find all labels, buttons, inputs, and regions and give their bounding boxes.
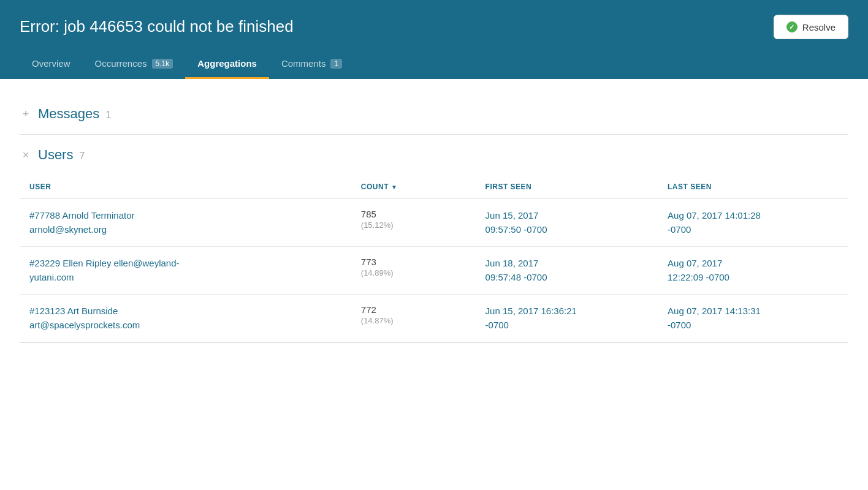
last-seen-cell: Aug 07, 2017 12:22:09 -0700 <box>658 247 848 295</box>
messages-section-title: Messages 1 <box>38 106 111 122</box>
count-value: 773 <box>361 257 466 267</box>
user-email-link[interactable]: arnold@skynet.org <box>29 223 341 237</box>
first-seen-line2: -0700 <box>485 318 648 333</box>
last-seen-line1: Aug 07, 2017 14:13:31 <box>668 304 839 318</box>
last-seen-line2: 12:22:09 -0700 <box>668 271 839 285</box>
count-cell: 773 (14.89%) <box>351 247 476 295</box>
tab-occurrences-badge: 5.1k <box>152 59 173 69</box>
user-cell: #77788 Arnold Terminator arnold@skynet.o… <box>20 199 351 247</box>
table-row: #77788 Arnold Terminator arnold@skynet.o… <box>20 199 848 247</box>
tab-overview-label: Overview <box>32 58 70 69</box>
messages-count: 1 <box>105 110 111 120</box>
last-seen-line2: -0700 <box>668 318 839 333</box>
tab-comments[interactable]: Comments 1 <box>269 51 354 79</box>
tab-aggregations[interactable]: Aggregations <box>185 51 269 79</box>
table-row: #23229 Ellen Ripley ellen@weyland- yutan… <box>20 247 848 295</box>
tab-overview[interactable]: Overview <box>20 51 83 79</box>
count-cell: 772 (14.87%) <box>351 295 476 342</box>
count-value: 772 <box>361 304 466 315</box>
last-seen-line2: -0700 <box>668 223 839 237</box>
users-section: × Users 7 USER COUNT ▼ <box>20 135 848 343</box>
first-seen-line1: Jun 18, 2017 <box>485 257 648 271</box>
users-toggle-icon: × <box>20 149 32 162</box>
first-seen-cell: Jun 15, 2017 09:57:50 -0700 <box>476 199 658 247</box>
first-seen-line2: 09:57:50 -0700 <box>485 223 648 237</box>
last-seen-line1: Aug 07, 2017 14:01:28 <box>668 209 839 223</box>
first-seen-line1: Jun 15, 2017 <box>485 209 648 223</box>
messages-toggle-icon: + <box>20 108 32 121</box>
page-title: Error: job 446653 could not be finished <box>20 17 848 36</box>
count-cell: 785 (15.12%) <box>351 199 476 247</box>
page-header: Error: job 446653 could not be finished … <box>0 0 868 79</box>
tab-aggregations-label: Aggregations <box>197 58 257 69</box>
user-email-link[interactable]: art@spacelysprockets.com <box>29 318 341 333</box>
col-header-count[interactable]: COUNT ▼ <box>351 175 476 199</box>
main-content: + Messages 1 × Users 7 USER <box>0 79 868 358</box>
users-table: USER COUNT ▼ FIRST SEEN LAST SEEN <box>20 175 848 342</box>
resolve-button[interactable]: ✓ Resolve <box>774 15 848 39</box>
user-link[interactable]: #123123 Art Burnside <box>29 304 341 318</box>
tab-comments-label: Comments <box>281 58 326 69</box>
tab-occurrences[interactable]: Occurrences 5.1k <box>83 51 186 79</box>
count-value: 785 <box>361 209 466 219</box>
users-section-title: Users 7 <box>38 147 85 163</box>
first-seen-cell: Jun 15, 2017 16:36:21 -0700 <box>476 295 658 342</box>
resolve-check-icon: ✓ <box>786 21 798 32</box>
col-header-user: USER <box>20 175 351 199</box>
last-seen-cell: Aug 07, 2017 14:01:28 -0700 <box>658 199 848 247</box>
count-percent: (14.87%) <box>361 316 466 325</box>
resolve-label: Resolve <box>802 22 836 32</box>
first-seen-cell: Jun 18, 2017 09:57:48 -0700 <box>476 247 658 295</box>
user-email-link[interactable]: yutani.com <box>29 271 341 285</box>
tab-bar: Overview Occurrences 5.1k Aggregations C… <box>20 51 848 79</box>
tab-occurrences-label: Occurrences <box>95 58 147 69</box>
user-link[interactable]: #77788 Arnold Terminator <box>29 209 341 223</box>
first-seen-line2: 09:57:48 -0700 <box>485 271 648 285</box>
user-cell: #23229 Ellen Ripley ellen@weyland- yutan… <box>20 247 351 295</box>
sort-arrow-icon: ▼ <box>391 184 397 190</box>
count-percent: (15.12%) <box>361 221 466 230</box>
users-section-header[interactable]: × Users 7 <box>20 135 848 175</box>
col-header-first-seen: FIRST SEEN <box>476 175 658 199</box>
first-seen-line1: Jun 15, 2017 16:36:21 <box>485 304 648 318</box>
table-row: #123123 Art Burnside art@spacelysprocket… <box>20 295 848 342</box>
last-seen-cell: Aug 07, 2017 14:13:31 -0700 <box>658 295 848 342</box>
tab-comments-badge: 1 <box>330 59 342 69</box>
users-count: 7 <box>80 151 85 161</box>
messages-section-header[interactable]: + Messages 1 <box>20 94 848 134</box>
last-seen-line1: Aug 07, 2017 <box>668 257 839 271</box>
count-percent: (14.89%) <box>361 268 466 277</box>
col-header-last-seen: LAST SEEN <box>658 175 848 199</box>
user-link[interactable]: #23229 Ellen Ripley ellen@weyland- <box>29 257 341 271</box>
user-cell: #123123 Art Burnside art@spacelysprocket… <box>20 295 351 342</box>
messages-section: + Messages 1 <box>20 94 848 135</box>
